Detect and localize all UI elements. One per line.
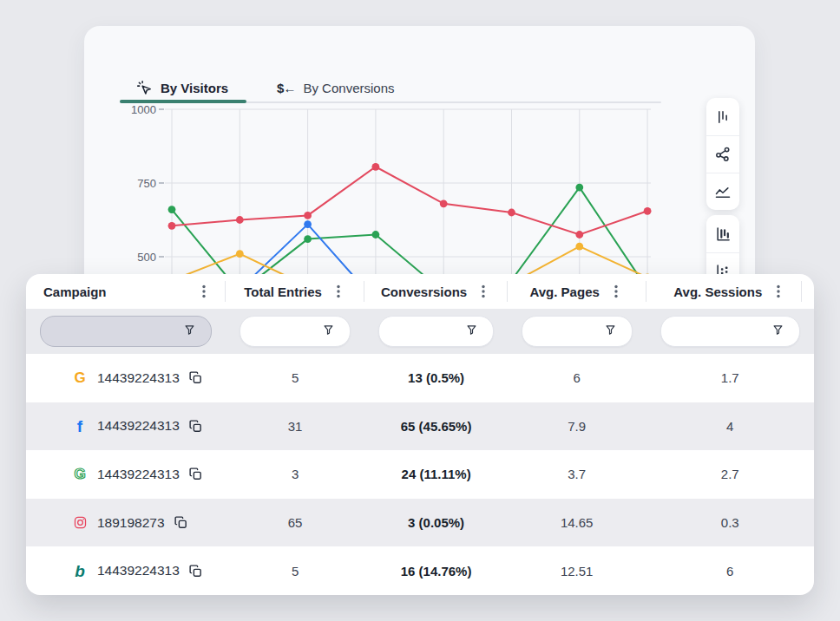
campaign-cell: 189198273 [26, 499, 226, 547]
column-label: Total Entries [244, 284, 322, 299]
funnel-icon [465, 324, 478, 340]
table-row[interactable]: G14439224313324 (11.11%)3.72.7 [26, 450, 814, 499]
conversions-cell: 65 (45.65%) [364, 402, 507, 451]
table-row[interactable]: f144392243133165 (45.65%)7.94 [26, 402, 814, 451]
tab-by-conversions[interactable]: $← By Conversions [277, 81, 394, 95]
column-header-total-entries: Total Entries [226, 274, 365, 309]
data-point[interactable] [372, 231, 380, 239]
data-point[interactable] [236, 250, 244, 258]
data-point[interactable] [168, 222, 176, 230]
tab-by-visitors[interactable]: By Visitors [136, 80, 228, 96]
campaign-table: CampaignTotal EntriesConvesrsionsAvg. Pa… [26, 274, 814, 595]
filter-cell [646, 316, 814, 347]
copy-icon[interactable] [188, 564, 203, 579]
campaign-cell: f14439224313 [26, 402, 226, 451]
column-menu-icon[interactable] [196, 283, 212, 300]
instagram-icon [71, 515, 89, 530]
bing-icon: b [71, 563, 89, 579]
data-point[interactable] [508, 209, 515, 217]
avg-sessions-cell: 4 [646, 402, 814, 451]
y-axis-label: 750 [137, 177, 156, 190]
data-point[interactable] [304, 220, 312, 228]
y-axis-label: 500 [137, 251, 156, 264]
column-header-convesrsions: Convesrsions [364, 274, 507, 309]
y-axis-label: 1000 [131, 103, 156, 116]
page: By Visitors $← By Conversions 1000750500… [0, 0, 840, 621]
avg-sessions-cell: 2.7 [646, 450, 814, 499]
table-row[interactable]: 189198273653 (0.05%)14.650.3 [26, 499, 814, 547]
column-label: Avg. Sessions [673, 284, 762, 299]
data-point[interactable] [236, 216, 244, 224]
data-point[interactable] [644, 207, 652, 215]
funnel-icon [604, 324, 617, 340]
column-header-avg-pages: Avg. Pages [508, 274, 646, 309]
filter-input-avg-sessions[interactable] [660, 316, 800, 347]
avg-pages-cell: 12.51 [508, 546, 646, 595]
column-menu-icon[interactable] [331, 283, 346, 300]
data-point[interactable] [575, 184, 583, 192]
data-point[interactable] [372, 163, 380, 171]
campaign-cell: G14439224313 [26, 450, 226, 499]
table-row[interactable]: G14439224313513 (0.5%)61.7 [26, 354, 814, 402]
copy-icon[interactable] [188, 370, 203, 385]
column-menu-icon[interactable] [476, 283, 491, 300]
filter-input-total-entries[interactable] [240, 316, 351, 347]
total-entries-cell: 5 [226, 354, 365, 402]
axis-bar-chart-icon[interactable] [706, 215, 739, 252]
campaign-cell: b14439224313 [26, 546, 226, 595]
conversions-cell: 13 (0.5%) [364, 354, 507, 402]
data-point[interactable] [168, 206, 176, 213]
total-entries-cell: 3 [226, 450, 365, 499]
filter-row [26, 309, 814, 354]
data-point[interactable] [440, 199, 448, 207]
conversions-cell: 16 (14.76%) [364, 546, 507, 595]
filter-cell [226, 316, 365, 347]
series-line-red [172, 167, 647, 234]
total-entries-cell: 65 [226, 499, 365, 547]
tab-label: By Conversions [303, 81, 394, 95]
column-menu-icon[interactable] [771, 283, 786, 300]
dollar-arrow-icon: $← [277, 81, 295, 95]
trend-line-icon[interactable] [706, 173, 739, 210]
data-point[interactable] [575, 231, 583, 239]
column-label: Convesrsions [381, 284, 467, 299]
campaign-id: 14439224313 [97, 467, 180, 482]
scatter-share-icon[interactable] [706, 135, 739, 173]
copy-icon[interactable] [188, 419, 203, 434]
data-point[interactable] [304, 235, 312, 243]
data-point[interactable] [304, 212, 312, 219]
tab-label: By Visitors [161, 81, 228, 95]
table-row[interactable]: b14439224313516 (14.76%)12.516 [26, 546, 814, 595]
avg-sessions-cell: 1.7 [646, 354, 814, 402]
avg-pages-cell: 3.7 [508, 450, 646, 499]
campaign-cell: G14439224313 [26, 354, 226, 402]
avg-sessions-cell: 6 [646, 546, 814, 595]
filter-input-campaign[interactable] [40, 316, 212, 347]
total-entries-cell: 5 [226, 546, 365, 595]
copy-icon[interactable] [174, 515, 188, 530]
avg-pages-cell: 7.9 [508, 402, 646, 451]
funnel-icon [322, 324, 335, 340]
filter-cell [508, 316, 646, 347]
campaign-id: 14439224313 [97, 370, 180, 386]
total-entries-cell: 31 [226, 402, 365, 451]
avg-pages-cell: 14.65 [508, 499, 646, 547]
filter-input-convesrsions[interactable] [378, 316, 493, 347]
table-header: CampaignTotal EntriesConvesrsionsAvg. Pa… [26, 274, 814, 309]
data-point[interactable] [575, 243, 583, 251]
conversions-cell: 24 (11.11%) [364, 450, 507, 499]
conversions-cell: 3 (0.05%) [364, 499, 507, 547]
column-menu-icon[interactable] [608, 283, 624, 300]
bar-chart-icon[interactable] [706, 98, 739, 135]
google-icon: G [71, 370, 89, 385]
filter-input-avg-pages[interactable] [522, 316, 633, 347]
column-header-avg-sessions: Avg. Sessions [646, 274, 814, 309]
g-outline-icon: G [71, 467, 89, 481]
campaign-id: 14439224313 [97, 418, 180, 434]
column-label: Avg. Pages [530, 284, 600, 299]
campaign-id: 189198273 [97, 515, 165, 531]
filter-cell [364, 316, 507, 347]
table-body: G14439224313513 (0.5%)61.7f1443922431331… [26, 354, 814, 595]
copy-icon[interactable] [188, 467, 203, 481]
column-label: Campaign [43, 284, 107, 299]
